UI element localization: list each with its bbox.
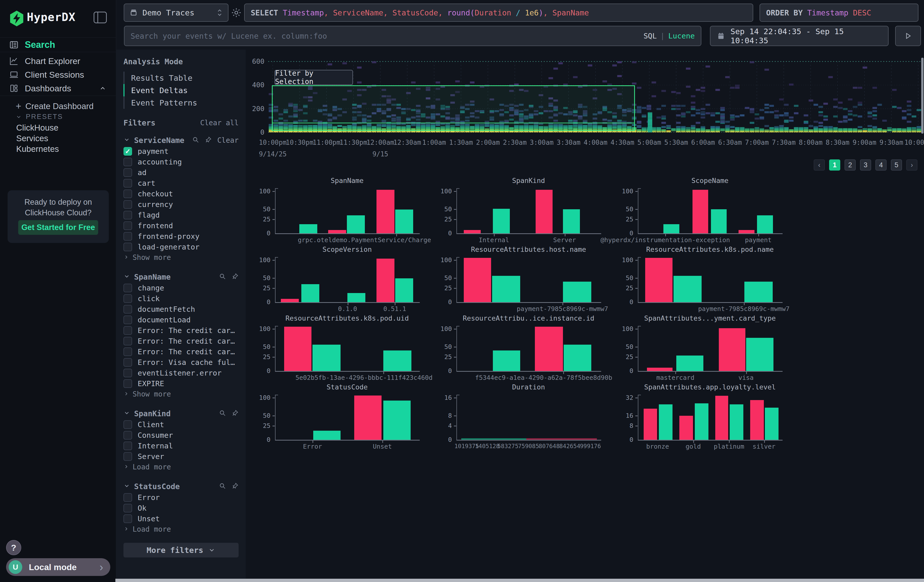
filter-option-flagd[interactable]: flagd <box>124 210 239 220</box>
filter-option-accounting[interactable]: accounting <box>124 157 239 167</box>
filter-option-client[interactable]: Client <box>124 419 239 430</box>
checkbox[interactable] <box>124 379 132 388</box>
checkbox[interactable] <box>124 337 132 345</box>
filter-option-ok[interactable]: Ok <box>124 503 239 513</box>
sidebar-item-services[interactable]: Services <box>16 134 48 143</box>
pin-icon[interactable] <box>205 136 212 144</box>
filter-group-clear-button[interactable]: Clear <box>217 136 239 145</box>
checkbox[interactable] <box>124 514 132 523</box>
chevron-down-icon[interactable] <box>124 410 130 417</box>
checkbox[interactable] <box>124 431 132 440</box>
filter-option-unset[interactable]: Unset <box>124 513 239 524</box>
filter-option-payment[interactable]: ✓payment <box>124 146 239 157</box>
filter-option-eventlistener-error[interactable]: eventListener.error <box>124 368 239 378</box>
page-next-button[interactable]: › <box>906 160 917 171</box>
sidebar-collapse-icon[interactable] <box>94 12 107 23</box>
filter-option-error-the-credit-card-[interactable]: Error: The credit card (… <box>124 325 239 336</box>
filter-option-load-generator[interactable]: load-generator <box>124 242 239 252</box>
checkbox[interactable] <box>124 452 132 461</box>
filter-option-internal[interactable]: Internal <box>124 440 239 451</box>
get-started-button[interactable]: Get Started for Free <box>18 220 98 235</box>
filter-option-server[interactable]: Server <box>124 451 239 462</box>
checkbox[interactable] <box>124 369 132 377</box>
events-heatmap[interactable] <box>268 61 921 134</box>
sidebar-item-chart-explorer[interactable]: Chart Explorer <box>0 54 116 68</box>
checkbox[interactable] <box>124 326 132 335</box>
help-button[interactable]: ? <box>6 540 21 555</box>
checkbox[interactable] <box>124 305 132 313</box>
analysis-mode-option-results-table[interactable]: Results Table <box>124 72 239 84</box>
checkbox[interactable] <box>124 168 132 177</box>
clear-all-button[interactable]: Clear all <box>200 119 239 127</box>
filter-option-documentload[interactable]: documentLoad <box>124 315 239 325</box>
presets-section-toggle[interactable]: PRESETS <box>16 113 63 121</box>
pin-icon[interactable] <box>231 482 239 490</box>
checkbox[interactable] <box>124 358 132 367</box>
page-button-5[interactable]: 5 <box>891 160 902 171</box>
lang-sql[interactable]: SQL <box>644 31 657 40</box>
checkbox[interactable] <box>124 200 132 209</box>
pin-icon[interactable] <box>231 409 239 417</box>
chevron-down-icon[interactable] <box>124 483 130 490</box>
vertical-scrollbar[interactable] <box>921 58 924 134</box>
account-menu[interactable]: U Local mode › <box>6 558 110 576</box>
filter-option-currency[interactable]: currency <box>124 199 239 210</box>
checkbox[interactable] <box>124 294 132 303</box>
search-input[interactable]: Search your events w/ Lucene ex. column:… <box>124 26 701 46</box>
filter-option-error-the-credit-card-[interactable]: Error: The credit card (… <box>124 346 239 357</box>
run-query-button[interactable] <box>895 26 921 46</box>
filter-option-documentfetch[interactable]: documentFetch <box>124 304 239 315</box>
sidebar-item-clickhouse[interactable]: ClickHouse <box>16 123 58 133</box>
sidebar-item-dashboards[interactable]: Dashboards <box>0 81 116 95</box>
checkbox[interactable] <box>124 190 132 198</box>
checkbox[interactable] <box>124 420 132 429</box>
filter-option-consumer[interactable]: Consumer <box>124 430 239 440</box>
checkbox[interactable] <box>124 232 132 241</box>
filter-option-error[interactable]: Error <box>124 492 239 503</box>
chevron-down-icon[interactable] <box>124 137 130 144</box>
filter-option-frontend-proxy[interactable]: frontend-proxy <box>124 231 239 242</box>
analysis-mode-option-event-patterns[interactable]: Event Patterns <box>124 96 239 109</box>
filter-group-load-more[interactable]: Load more <box>124 524 239 534</box>
page-button-3[interactable]: 3 <box>860 160 871 171</box>
filter-by-selection-button[interactable]: Filter by Selection <box>274 70 353 85</box>
search-icon[interactable] <box>219 409 226 417</box>
pin-icon[interactable] <box>231 273 239 281</box>
create-dashboard-button[interactable]: + Create Dashboard <box>16 101 94 112</box>
filter-group-show-more[interactable]: Show more <box>124 252 239 262</box>
checkbox[interactable] <box>124 315 132 324</box>
filter-option-change[interactable]: change <box>124 283 239 293</box>
filter-group-show-more[interactable]: Show more <box>124 389 239 399</box>
checkbox[interactable] <box>124 158 132 166</box>
language-toggle[interactable]: SQL | Lucene <box>644 31 695 40</box>
checkbox[interactable] <box>124 284 132 292</box>
checkbox[interactable] <box>124 348 132 356</box>
filter-option-expire[interactable]: EXPIRE <box>124 378 239 389</box>
filter-option-cart[interactable]: cart <box>124 178 239 188</box>
filter-option-ad[interactable]: ad <box>124 167 239 178</box>
search-icon[interactable] <box>219 273 226 281</box>
sidebar-item-kubernetes[interactable]: Kubernetes <box>16 144 59 154</box>
checkbox[interactable] <box>124 493 132 502</box>
lang-lucene[interactable]: Lucene <box>668 31 695 40</box>
checkbox[interactable] <box>124 179 132 188</box>
horizontal-scrollbar[interactable] <box>116 579 924 582</box>
filter-option-checkout[interactable]: checkout <box>124 188 239 199</box>
filter-option-click[interactable]: click <box>124 293 239 304</box>
filter-option-frontend[interactable]: frontend <box>124 220 239 231</box>
checkbox[interactable] <box>124 211 132 219</box>
chevron-down-icon[interactable] <box>124 273 130 280</box>
time-range-picker[interactable]: Sep 14 22:04:35 - Sep 15 10:04:35 <box>710 26 889 46</box>
sidebar-item-client-sessions[interactable]: Client Sessions <box>0 68 116 81</box>
more-filters-button[interactable]: More filters <box>124 543 239 557</box>
sql-select-input[interactable]: SELECT Timestamp, ServiceName, StatusCod… <box>244 3 753 22</box>
order-by-input[interactable]: ORDER BY Timestamp DESC <box>759 3 918 22</box>
checkbox[interactable] <box>124 243 132 251</box>
search-icon[interactable] <box>219 482 226 490</box>
filter-group-load-more[interactable]: Load more <box>124 462 239 472</box>
page-button-2[interactable]: 2 <box>845 160 856 171</box>
analysis-mode-option-event-deltas[interactable]: Event Deltas <box>124 84 239 96</box>
search-icon[interactable] <box>192 136 199 144</box>
sidebar-item-search[interactable]: Search <box>0 38 116 52</box>
checkbox[interactable] <box>124 221 132 230</box>
